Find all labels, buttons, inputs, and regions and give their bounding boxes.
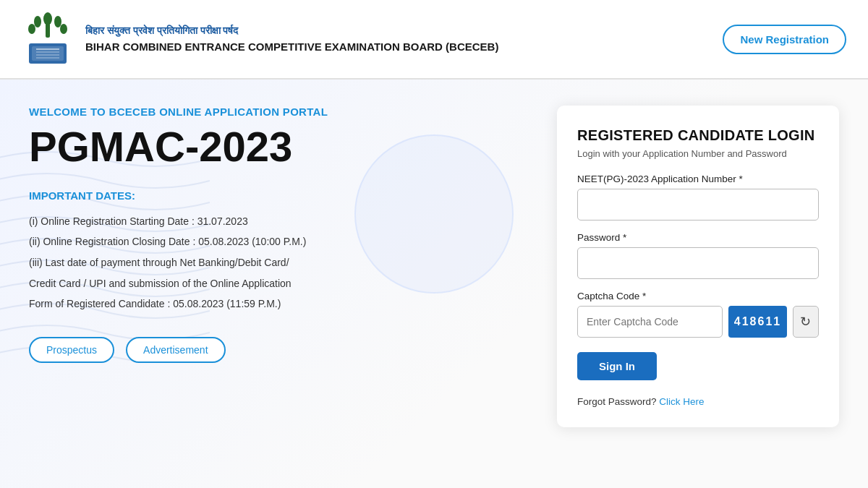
- captcha-code-display: 418611: [728, 306, 787, 338]
- svg-rect-5: [46, 23, 50, 38]
- list-item: (iii) Last date of payment through Net B…: [29, 253, 535, 273]
- header-left: बिहार संयुक्त प्रवेश प्रतियोगिता परीक्षा…: [22, 10, 498, 68]
- forgot-password-section: Forgot Password? Click Here: [577, 396, 819, 407]
- header: बिहार संयुक्त प्रवेश प्रतियोगिता परीक्षा…: [0, 0, 868, 80]
- refresh-icon: ↻: [800, 314, 811, 330]
- captcha-refresh-button[interactable]: ↻: [793, 306, 819, 338]
- click-here-link[interactable]: Click Here: [659, 396, 704, 407]
- svg-point-2: [54, 16, 61, 27]
- app-number-label: NEET(PG)-2023 Application Number *: [577, 174, 819, 184]
- header-text: बिहार संयुक्त प्रवेश प्रतियोगिता परीक्षा…: [85, 24, 498, 54]
- prospectus-button[interactable]: Prospectus: [29, 337, 114, 363]
- captcha-row: 418611 ↻: [577, 306, 819, 338]
- important-dates-heading: IMPORTANT DATES:: [29, 189, 535, 202]
- password-input[interactable]: [577, 247, 819, 279]
- svg-point-4: [60, 24, 67, 34]
- list-item: (ii) Online Registration Closing Date : …: [29, 232, 535, 252]
- welcome-text: WELCOME TO BCECEB ONLINE APPLICATION POR…: [29, 106, 535, 118]
- header-hindi-text: बिहार संयुक्त प्रवेश प्रतियोगिता परीक्षा…: [85, 24, 498, 37]
- password-label: Password *: [577, 232, 819, 243]
- login-card-title: REGISTERED CANDIDATE LOGIN: [577, 127, 819, 144]
- left-section: WELCOME TO BCECEB ONLINE APPLICATION POR…: [29, 106, 535, 462]
- login-card: REGISTERED CANDIDATE LOGIN Login with yo…: [557, 106, 839, 427]
- main-content: WELCOME TO BCECEB ONLINE APPLICATION POR…: [0, 80, 868, 488]
- bottom-buttons: Prospectus Advertisement: [29, 337, 535, 363]
- svg-point-3: [28, 24, 35, 34]
- captcha-label: Captcha Code *: [577, 291, 819, 301]
- header-english-text: BIHAR COMBINED ENTRANCE COMPETITIVE EXAM…: [85, 40, 498, 54]
- new-registration-button[interactable]: New Registration: [723, 25, 846, 54]
- list-item: (i) Online Registration Starting Date : …: [29, 212, 535, 231]
- advertisement-button[interactable]: Advertisement: [126, 337, 225, 363]
- list-item: Form of Registered Candidate : 05.08.202…: [29, 294, 535, 314]
- sign-in-button[interactable]: Sign In: [577, 352, 657, 380]
- list-item: Credit Card / UPI and submission of the …: [29, 274, 535, 294]
- svg-point-1: [34, 16, 41, 27]
- pgmac-title: PGMAC-2023: [29, 125, 535, 169]
- app-number-input[interactable]: [577, 189, 819, 221]
- captcha-input[interactable]: [577, 306, 723, 338]
- svg-rect-7: [32, 46, 64, 61]
- bceceb-logo: [22, 10, 74, 68]
- dates-list: (i) Online Registration Starting Date : …: [29, 212, 535, 314]
- login-card-subtitle: Login with your Application Number and P…: [577, 148, 819, 159]
- forgot-password-text: Forgot Password?: [577, 396, 657, 407]
